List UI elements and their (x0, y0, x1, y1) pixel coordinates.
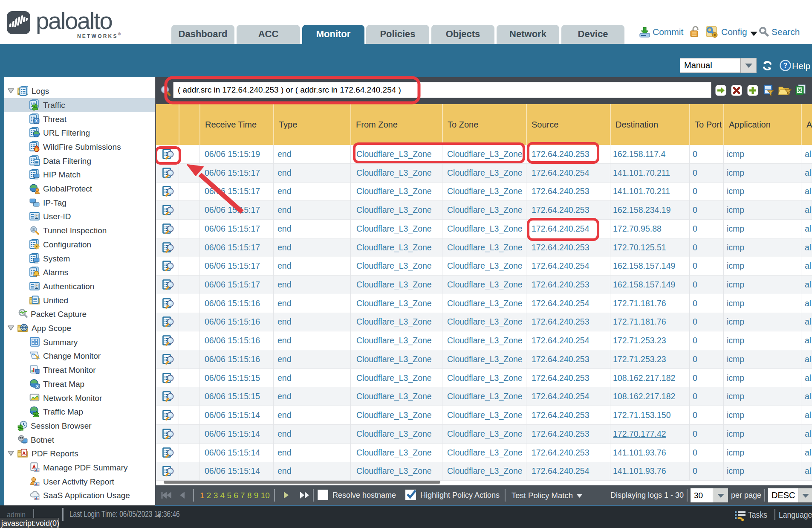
svg-text:x: x (36, 384, 39, 389)
svg-text:?: ? (783, 62, 788, 69)
svg-text:x: x (35, 118, 38, 124)
